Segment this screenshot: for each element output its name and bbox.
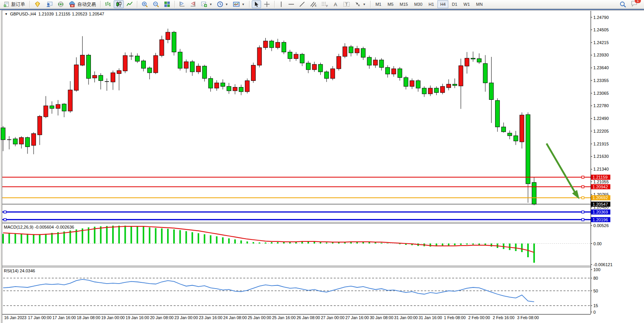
bear-candle xyxy=(239,87,243,92)
time-axis-label: 24 Jan 08:00 xyxy=(223,315,247,320)
bear-candle xyxy=(306,63,311,70)
bull-candle xyxy=(294,54,298,58)
bear-candle xyxy=(282,42,286,52)
bull-candle xyxy=(263,41,268,48)
bull-candle xyxy=(459,66,463,86)
bull-candle xyxy=(251,65,255,81)
time-axis-label: 23 Jan 00:00 xyxy=(174,315,198,320)
price-badge-text: 1.20547 xyxy=(593,202,608,207)
price-axis-label: 1.23930 xyxy=(593,53,609,57)
bull-candle xyxy=(520,115,524,142)
bull-candle xyxy=(331,69,335,79)
bull-candle xyxy=(276,42,280,48)
price-axis-label: 1.22780 xyxy=(593,103,609,108)
bull-candle xyxy=(56,104,60,108)
time-axis-label: 1 Feb 08:00 xyxy=(444,315,466,320)
bull-candle xyxy=(196,66,200,72)
bear-candle xyxy=(477,59,481,62)
time-axis-label: 27 Jan 16:00 xyxy=(345,315,369,320)
hline-handle[interactable] xyxy=(582,211,584,213)
hline-handle[interactable] xyxy=(582,186,584,188)
bull-candle xyxy=(337,56,341,69)
bull-candle xyxy=(31,133,36,145)
bear-candle xyxy=(270,41,274,48)
rsi-label: RSI(14) 24.0346 xyxy=(4,268,35,273)
bear-candle xyxy=(471,58,475,59)
bear-candle xyxy=(135,56,140,62)
rsi-axis-label: 15 xyxy=(593,303,598,308)
bear-candle xyxy=(404,78,408,87)
bull-candle xyxy=(428,88,432,94)
rsi-axis-label: 50 xyxy=(593,289,598,293)
annotation-arrow[interactable] xyxy=(547,144,579,199)
hline-handle[interactable] xyxy=(582,219,584,221)
price-axis-label: 1.22205 xyxy=(593,129,609,133)
bear-candle xyxy=(514,136,518,141)
bear-candle xyxy=(495,101,500,127)
bear-candle xyxy=(453,84,457,85)
bear-candle xyxy=(398,69,402,78)
price-badge-text: 1.21159 xyxy=(593,175,608,179)
bull-candle xyxy=(92,75,97,78)
bull-candle xyxy=(166,32,170,39)
bull-candle xyxy=(44,106,48,116)
time-axis-label: 2 Feb 16:00 xyxy=(493,315,514,320)
bear-candle xyxy=(501,127,506,132)
time-axis-label: 31 Jan 00:00 xyxy=(394,315,418,320)
bear-candle xyxy=(300,54,304,63)
chart-canvas: 1.247901.245051.242151.239301.236401.233… xyxy=(0,0,644,323)
price-axis-label: 1.24505 xyxy=(593,27,609,32)
rsi-axis-label: 80 xyxy=(593,276,598,280)
bear-candle xyxy=(202,66,207,79)
bear-candle xyxy=(507,133,512,136)
horizontal-lines-layer: 1.211591.209421.206921.205471.203691.201… xyxy=(2,175,610,222)
price-axis-label: 1.21055 xyxy=(593,179,609,184)
time-axis-label: 30 Jan 08:00 xyxy=(370,315,393,320)
bull-candle xyxy=(19,137,24,144)
bull-candle xyxy=(80,55,85,65)
price-badge-1.21159: 1.21159 xyxy=(591,175,610,180)
rsi-axis-label: 0 xyxy=(593,310,596,314)
bear-candle xyxy=(386,67,390,74)
price-badge-1.20369: 1.20369 xyxy=(591,210,610,215)
bull-candle xyxy=(215,83,219,88)
bear-candle xyxy=(422,88,426,94)
bull-candle xyxy=(233,87,237,91)
macd-axis-label: -0.006121 xyxy=(593,262,613,267)
time-axis-label: 27 Jan 00:00 xyxy=(321,315,345,320)
bear-candle xyxy=(325,72,329,79)
candles-layer xyxy=(1,29,536,205)
rsi-axis-label: 100 xyxy=(593,267,600,272)
bear-candle xyxy=(379,60,384,67)
bull-candle xyxy=(38,116,42,135)
hline-handle[interactable] xyxy=(582,176,584,178)
bull-candle xyxy=(446,84,451,88)
hline-handle[interactable] xyxy=(4,219,6,221)
price-axis-label: 1.23640 xyxy=(593,65,609,70)
arrow-shaft[interactable] xyxy=(547,144,575,193)
time-axis-label: 25 Jan 16:00 xyxy=(272,315,296,320)
price-badge-text: 1.20196 xyxy=(593,217,608,222)
bear-candle xyxy=(318,64,323,72)
bear-candle xyxy=(190,62,195,72)
bull-candle xyxy=(68,90,72,111)
bear-candle xyxy=(172,32,176,52)
bear-candle xyxy=(1,128,5,140)
price-axis: 1.247901.245051.242151.239301.236401.233… xyxy=(591,15,609,210)
bear-candle xyxy=(26,137,30,147)
time-axis-label: 19 Jan 16:00 xyxy=(126,315,149,320)
time-axis-label: 2 Feb 00:00 xyxy=(468,315,490,320)
bear-candle xyxy=(489,83,494,99)
macd-label: MACD(12,26,9) -0.005604 -0.002636 xyxy=(4,225,74,229)
hline-handle[interactable] xyxy=(582,197,584,199)
bear-candle xyxy=(361,48,366,57)
price-badge-1.20547: 1.20547 xyxy=(591,202,610,207)
time-axis-label: 26 Jan 08:00 xyxy=(297,315,320,320)
bear-candle xyxy=(50,106,54,108)
price-badge-text: 1.20942 xyxy=(593,185,608,189)
time-axis-label: 23 Jan 16:00 xyxy=(199,315,222,320)
bear-candle xyxy=(532,183,536,204)
hline-handle[interactable] xyxy=(4,211,6,213)
bull-candle xyxy=(184,62,188,68)
price-badge-text: 1.20369 xyxy=(593,210,608,214)
